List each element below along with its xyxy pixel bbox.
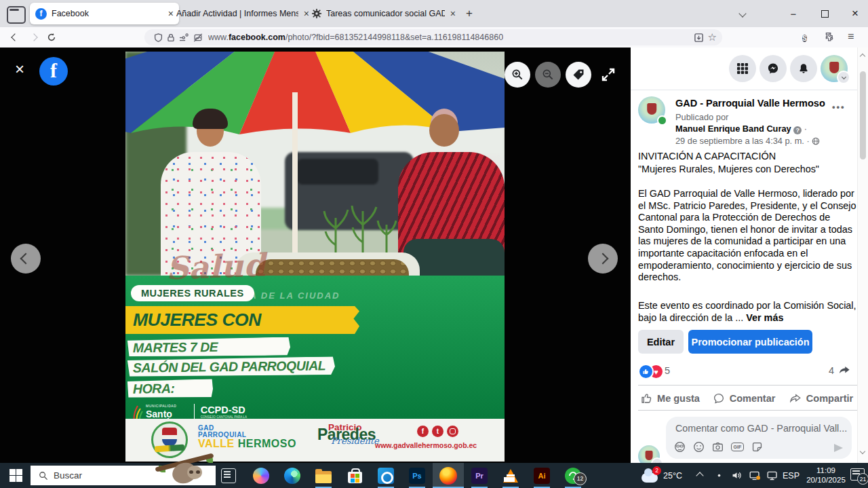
- taskbar-vlc[interactable]: [495, 463, 526, 488]
- photo-poster[interactable]: Salud RO Y FUERA DE LA CIUDAD MUJERES RU…: [125, 52, 505, 462]
- promote-post-button[interactable]: Promocionar publicación: [688, 330, 812, 354]
- share-count[interactable]: 4: [829, 365, 834, 376]
- premiere-icon: Pr: [471, 468, 488, 484]
- temperature-label: 25°C: [663, 471, 682, 481]
- extensions-puzzle-icon[interactable]: [825, 32, 835, 43]
- heart-icon: ♥: [654, 368, 658, 376]
- maximize-button[interactable]: [811, 0, 838, 27]
- reaction-count[interactable]: 5: [665, 365, 670, 376]
- org-valle: VALLE: [198, 438, 235, 449]
- taskbar-file-explorer[interactable]: [308, 463, 339, 488]
- taskbar-store[interactable]: [339, 463, 370, 488]
- menu-button[interactable]: ≡: [848, 31, 854, 43]
- post-options-button[interactable]: •••: [832, 102, 846, 112]
- chevron-down-icon: [738, 10, 746, 17]
- permissions-icon[interactable]: [179, 33, 189, 42]
- new-tab-button[interactable]: +: [461, 5, 477, 22]
- emoji-icon[interactable]: [693, 441, 705, 453]
- network-icon[interactable]: [766, 463, 778, 488]
- taskbar-premiere[interactable]: Pr: [464, 463, 495, 488]
- sloth-search-graphic[interactable]: [155, 456, 213, 488]
- window-close-button[interactable]: ×: [842, 0, 868, 27]
- tab-tareas[interactable]: Tareas comunicador social GAD ×: [307, 3, 461, 24]
- zoom-in-button[interactable]: [505, 62, 530, 88]
- viewer-close-button[interactable]: ×: [15, 61, 24, 77]
- post-title-line2: "Mujeres Rurales, Mujeres con Derechos": [638, 164, 858, 176]
- avatar-sticker-icon[interactable]: [674, 441, 686, 453]
- hidden-icons-button[interactable]: [697, 463, 703, 488]
- tag-icon: [572, 68, 585, 81]
- like-reaction-icon[interactable]: [638, 364, 654, 379]
- comment-input[interactable]: Comentar como GAD - Parroquial Vall...: [666, 417, 852, 459]
- tray-capture-icon[interactable]: [713, 463, 725, 488]
- divider: [638, 410, 858, 411]
- taskbar-search[interactable]: Buscar: [31, 466, 216, 485]
- info-badge-icon: ?: [793, 126, 802, 134]
- blocked-images-icon[interactable]: [193, 33, 203, 42]
- author-name[interactable]: Manuel Enrique Band Curay: [675, 124, 791, 134]
- gif-icon[interactable]: GIF: [731, 443, 744, 451]
- lock-icon[interactable]: [167, 33, 175, 42]
- tab-facebook[interactable]: f Facebook ×: [30, 3, 179, 24]
- back-button[interactable]: [8, 31, 22, 44]
- send-comment-icon[interactable]: [834, 444, 843, 452]
- notifications-button[interactable]: [790, 55, 817, 82]
- next-photo-button[interactable]: [588, 244, 618, 274]
- minimize-button[interactable]: −: [780, 0, 807, 27]
- taskbar-edge[interactable]: [277, 463, 308, 488]
- fullscreen-button[interactable]: [599, 66, 617, 86]
- start-button[interactable]: [9, 469, 22, 482]
- shield-icon[interactable]: [154, 33, 163, 42]
- apps-menu-button[interactable]: [729, 55, 756, 82]
- tab-close-icon[interactable]: ×: [450, 8, 456, 19]
- tray-share-screen-icon[interactable]: [749, 463, 761, 488]
- account-avatar[interactable]: [821, 55, 848, 82]
- edit-button[interactable]: Editar: [638, 330, 684, 354]
- tab-list-button[interactable]: [731, 0, 754, 27]
- tab-informes[interactable]: Añadir Actividad | Informes Mensua ×: [171, 3, 315, 24]
- taskbar-photoshop[interactable]: Ps: [401, 463, 433, 488]
- share-count-icon: [838, 364, 851, 377]
- taskbar-whatsapp[interactable]: 12: [557, 463, 589, 488]
- fullscreen-icon: [599, 66, 617, 83]
- sticker-icon[interactable]: [751, 441, 763, 453]
- page-name[interactable]: GAD - Parroquial Valle Hermoso: [675, 98, 825, 109]
- forward-button[interactable]: [27, 31, 41, 44]
- poster-title: MUJERES CON DERECHOS: [125, 306, 359, 334]
- bookmark-star-icon[interactable]: ☆: [708, 31, 717, 43]
- url-bar[interactable]: www.facebook.com/photo/?fbid=68135214499…: [144, 29, 722, 45]
- notification-center-button[interactable]: 21: [850, 468, 865, 481]
- taskbar-copilot[interactable]: [245, 463, 277, 488]
- language-indicator[interactable]: ESP: [783, 463, 800, 488]
- tag-photo-button[interactable]: [566, 62, 591, 88]
- camera-icon[interactable]: [712, 441, 724, 453]
- scroll-down-arrow[interactable]: [861, 449, 865, 453]
- share-button[interactable]: Compartir: [784, 388, 859, 409]
- previous-photo-button[interactable]: [11, 244, 41, 274]
- reload-button[interactable]: [45, 31, 58, 44]
- save-page-icon[interactable]: [694, 33, 704, 43]
- scroll-up-arrow[interactable]: [861, 54, 865, 58]
- browser-nav-bar: www.facebook.com/photo/?fbid=68135214499…: [0, 27, 868, 48]
- firefox-view-icon[interactable]: [7, 6, 26, 24]
- post-title-line1: INVITACIÓN A CAPACITACIÓN: [638, 151, 858, 163]
- timestamp[interactable]: 29 de septiembre a las 4:34 p. m. ·: [675, 136, 820, 146]
- see-more-link[interactable]: Ver más: [746, 312, 783, 323]
- taskbar-firefox[interactable]: [433, 463, 464, 488]
- taskbar-outlook[interactable]: [370, 463, 401, 488]
- facebook-logo[interactable]: f: [39, 57, 68, 86]
- taskbar-clock[interactable]: 11:09 20/10/2025: [804, 466, 848, 485]
- like-button[interactable]: Me gusta: [635, 388, 705, 409]
- extension-s-icon[interactable]: S: [802, 31, 807, 44]
- messenger-button[interactable]: [760, 55, 787, 82]
- comment-button[interactable]: Comentar: [707, 388, 781, 409]
- scrollbar-thumb[interactable]: [860, 71, 866, 159]
- taskbar-illustrator[interactable]: Ai: [526, 463, 557, 488]
- poster-place-line: SALÓN DEL GAD PARROQUIAL: [127, 356, 335, 377]
- sidebar-scrollbar[interactable]: [857, 48, 868, 463]
- zoom-out-button: [535, 62, 561, 88]
- author-line[interactable]: Manuel Enrique Band Curay ? ·: [675, 124, 807, 134]
- volume-icon[interactable]: [731, 463, 743, 488]
- task-view-button[interactable]: [221, 468, 236, 483]
- weather-widget[interactable]: 2 25°C: [642, 463, 682, 488]
